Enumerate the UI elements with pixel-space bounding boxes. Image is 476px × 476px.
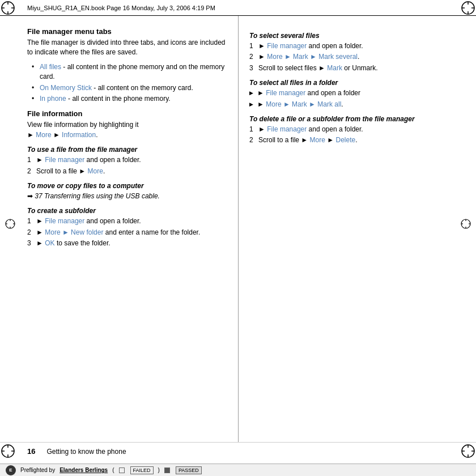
section-use-file: To use a file from the file manager 1► F… xyxy=(27,146,227,176)
failed-badge: FAILED xyxy=(130,466,154,474)
step-subfolder-text-1: ► File manager and open a folder. xyxy=(36,216,141,226)
link-more-delete: More xyxy=(310,136,325,144)
ref-text-move-copy: 37 Transferring files using the USB cabl… xyxy=(35,192,160,200)
steps-create-subfolder: 1► File manager and open a folder. 2► Mo… xyxy=(27,216,227,248)
preflight-logo: E xyxy=(6,465,16,475)
link-file-manager-delete: File manager xyxy=(267,125,307,133)
step-subfolder-1: 1► File manager and open a folder. xyxy=(27,216,227,226)
step-select-num-1: 1 xyxy=(249,41,256,51)
steps-use-file: 1► File manager and open a folder. 2Scro… xyxy=(27,155,227,176)
section-file-manager-tabs: File manager menu tabs The file manager … xyxy=(27,27,227,104)
content-area: File manager menu tabs The file manager … xyxy=(0,16,476,442)
link-more: More xyxy=(36,131,51,139)
header-text: Miyu_SHUG_R1A_EN.book Page 16 Monday, Ju… xyxy=(27,5,215,11)
italic-title-delete-file: To delete a file or a subfolder from the… xyxy=(249,115,449,123)
step-num-1: 1 xyxy=(27,155,34,165)
bullet-select-all-2: ► More ► Mark ► Mark all. xyxy=(249,100,449,109)
section-title-file-manager: File manager menu tabs xyxy=(27,27,227,36)
step-select-text-2: ► More ► Mark ► Mark several. xyxy=(258,52,359,62)
preflight-separator: ( xyxy=(112,467,114,473)
step-subfolder-2: 2► More ► New folder and enter a name fo… xyxy=(27,228,227,237)
step-num-2: 2 xyxy=(27,167,34,176)
bullet-list-file-types: All files - all content in the phone mem… xyxy=(32,62,227,104)
step-select-num-3: 3 xyxy=(249,63,256,73)
step-subfolder-text-2: ► More ► New folder and enter a name for… xyxy=(36,228,200,237)
preflight-separator-2: ) xyxy=(158,467,160,473)
failed-checkbox xyxy=(119,468,125,473)
link-on-memory-stick: On Memory Stick xyxy=(40,84,92,92)
footer-preflight: E Preflighted by Elanders Berlings ( FAI… xyxy=(0,464,476,476)
header-bar: Miyu_SHUG_R1A_EN.book Page 16 Monday, Ju… xyxy=(0,0,476,16)
link-mark: Mark xyxy=(327,64,342,72)
link-file-manager-subfolder: File manager xyxy=(45,217,84,225)
section-text-file-info: View file information by highlighting it… xyxy=(27,120,227,140)
step-delete-num-1: 1 xyxy=(249,125,256,134)
bullet-select-all-1: ► File manager and open a folder xyxy=(249,88,449,98)
link-information: Information xyxy=(62,131,96,139)
section-select-all: To select all files in a folder ► File m… xyxy=(249,79,449,109)
section-text-file-manager: The file manager is divided into three t… xyxy=(27,38,227,58)
section-file-information: File information View file information b… xyxy=(27,109,227,140)
steps-delete-file: 1► File manager and open a folder. 2Scro… xyxy=(249,125,449,146)
step-select-2: 2► More ► Mark ► Mark several. xyxy=(249,52,449,62)
section-create-subfolder: To create a subfolder 1► File manager an… xyxy=(27,207,227,248)
link-file-manager-1: File manager xyxy=(45,156,84,164)
link-more-mark-several: More ► Mark ► Mark several xyxy=(267,53,358,61)
footer-page-line: 16 Getting to know the phone xyxy=(0,443,476,460)
step-select-text-3: Scroll to select files ► Mark or Unmark. xyxy=(258,63,378,73)
page-container: Miyu_SHUG_R1A_EN.book Page 16 Monday, Ju… xyxy=(0,0,476,476)
section-delete-file: To delete a file or a subfolder from the… xyxy=(249,115,449,146)
step-select-num-2: 2 xyxy=(249,52,256,62)
step-text-2: Scroll to a file ► More. xyxy=(36,167,105,176)
link-all-files: All files xyxy=(40,63,61,71)
passed-badge: PASSED xyxy=(176,466,202,474)
link-file-manager-all: File manager xyxy=(266,89,305,97)
italic-title-create-subfolder: To create a subfolder xyxy=(27,207,227,215)
link-ok: OK xyxy=(45,239,54,247)
italic-title-select-several: To select several files xyxy=(249,32,449,40)
link-more-mark-all: More ► Mark ► Mark all xyxy=(266,100,341,108)
step-delete-num-2: 2 xyxy=(249,135,256,145)
passed-checkbox xyxy=(164,468,170,473)
bullet-all-files: All files - all content in the phone mem… xyxy=(32,62,227,82)
step-text-1: ► File manager and open a folder. xyxy=(36,155,141,165)
step-delete-1: 1► File manager and open a folder. xyxy=(249,125,449,134)
step-delete-text-2: Scroll to a file ► More ► Delete. xyxy=(258,135,358,145)
italic-title-move-copy: To move or copy files to a computer xyxy=(27,182,227,190)
preflight-label: Preflighted by xyxy=(20,467,55,473)
italic-title-select-all: To select all files in a folder xyxy=(249,79,449,87)
footer-page-label: Getting to know the phone xyxy=(46,448,126,456)
bullet-in-phone: In phone - all content in the phone memo… xyxy=(32,94,227,104)
step-subfolder-text-3: ► OK to save the folder. xyxy=(36,239,110,248)
section-move-copy: To move or copy files to a computer ➡ 37… xyxy=(27,182,227,201)
step-subfolder-num-2: 2 xyxy=(27,228,34,237)
left-column: File manager menu tabs The file manager … xyxy=(27,27,232,431)
step-select-1: 1► File manager and open a folder. xyxy=(249,41,449,51)
link-more-new-folder: More ► New folder xyxy=(45,228,103,236)
preflight-company: Elanders Berlings xyxy=(60,467,108,473)
section-title-file-info: File information xyxy=(27,109,227,118)
step-subfolder-num-3: 3 xyxy=(27,239,34,248)
link-more-2: More xyxy=(88,167,103,175)
steps-select-several: 1► File manager and open a folder. 2► Mo… xyxy=(249,41,449,73)
section-select-several: To select several files 1► File manager … xyxy=(249,32,449,73)
step-delete-text-1: ► File manager and open a folder. xyxy=(258,125,363,134)
italic-title-use-file: To use a file from the file manager xyxy=(27,146,227,154)
step-delete-2: 2Scroll to a file ► More ► Delete. xyxy=(249,135,449,145)
step-use-file-1: 1► File manager and open a folder. xyxy=(27,155,227,165)
footer-area: 16 Getting to know the phone E Preflight… xyxy=(0,442,476,476)
bullets-select-all: ► File manager and open a folder ► More … xyxy=(249,88,449,109)
right-column: To select several files 1► File manager … xyxy=(244,27,449,431)
step-select-text-1: ► File manager and open a folder. xyxy=(258,41,363,51)
bullet-on-memory-stick: On Memory Stick - all content on the mem… xyxy=(32,83,227,93)
link-delete: Delete xyxy=(335,136,355,144)
step-subfolder-3: 3► OK to save the folder. xyxy=(27,239,227,248)
section-text-move-copy: ➡ 37 Transferring files using the USB ca… xyxy=(27,192,227,201)
step-use-file-2: 2Scroll to a file ► More. xyxy=(27,167,227,176)
link-file-manager-select: File manager xyxy=(267,42,307,50)
step-select-3: 3Scroll to select files ► Mark or Unmark… xyxy=(249,63,449,73)
footer-page-number: 16 xyxy=(27,447,35,456)
step-subfolder-num-1: 1 xyxy=(27,216,34,226)
link-in-phone: In phone xyxy=(40,95,66,103)
